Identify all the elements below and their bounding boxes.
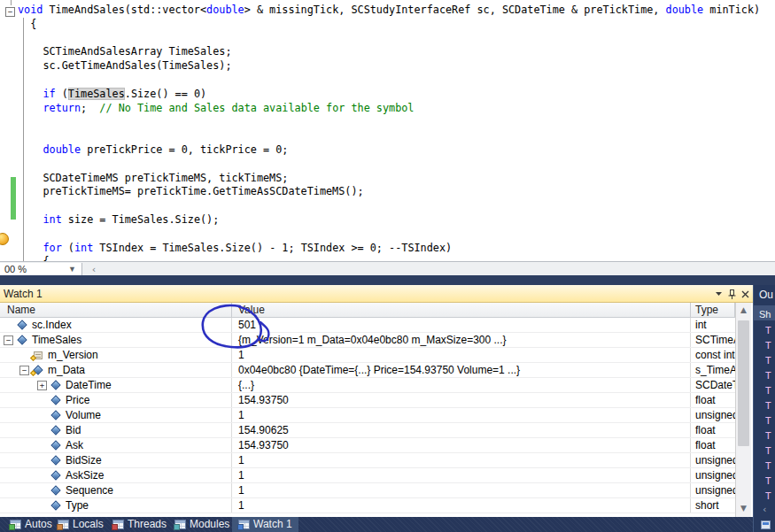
watch-variable-name: BidSize (66, 453, 102, 467)
watch-name-cell[interactable]: Volume (0, 408, 232, 422)
corner-window-icon[interactable] (761, 520, 771, 529)
output-line: T (765, 323, 771, 338)
collapse-icon[interactable]: − (19, 366, 29, 375)
watch-name-cell[interactable]: −m_Data (0, 363, 232, 377)
watch-variable-name: Sequence (66, 483, 113, 497)
watch-row[interactable]: BidSize1unsigned (0, 453, 735, 468)
watch-variable-name: sc.Index (32, 318, 72, 332)
output-line: T (765, 459, 771, 474)
code-line (0, 227, 775, 242)
watch-value-cell[interactable]: 1 (232, 498, 691, 513)
window-position-chevron-icon[interactable] (715, 291, 723, 297)
tab-locals[interactable]: Locals (51, 517, 110, 532)
code-line: return; // No Time and Sales data availa… (0, 102, 775, 116)
watch-variable-icon (18, 336, 26, 344)
watch-value-cell[interactable]: {m_Version=1 m_Data=0x04e0bc80 m_MaxSize… (232, 333, 691, 347)
watch-name-cell[interactable]: AskSize (0, 468, 232, 482)
watch-name-cell[interactable]: Sequence (0, 483, 232, 497)
watch-value-cell[interactable]: {...} (232, 378, 691, 392)
tab-label: Modules (190, 517, 229, 532)
watch-name-cell[interactable]: BidSize (0, 453, 232, 467)
watch-row[interactable]: Ask154.93750float (0, 438, 735, 453)
watch-name-cell[interactable]: −TimeSales (0, 333, 232, 347)
column-header-value[interactable]: Value (232, 303, 691, 318)
watch-variable-name: Type (66, 498, 89, 513)
output-line: T (765, 428, 771, 443)
output-toolbar[interactable]: Sh (754, 305, 775, 320)
watch-row[interactable]: AskSize1unsigned (0, 468, 735, 483)
watch-variable-name: Bid (66, 423, 81, 437)
watch-row[interactable]: −TimeSales{m_Version=1 m_Data=0x04e0bc80… (0, 333, 735, 348)
tab-label: Threads (128, 517, 167, 532)
watch-value-cell[interactable]: 501 (232, 318, 691, 332)
output-lines: TTTTTTTTTTTT (765, 323, 771, 504)
ide-window: { "editor": { "zoom_control": "00 %", "h… (0, 0, 775, 532)
watch-name-cell[interactable]: +DateTime (0, 378, 232, 392)
watch-variable-icon (18, 321, 26, 329)
hscroll-left-arrow-icon[interactable]: ‹ (87, 263, 101, 276)
watch-titlebar[interactable]: Watch 1 (0, 285, 753, 303)
watch-variable-name: Ask (66, 438, 83, 452)
watch-value-cell[interactable]: 154.93750 (232, 438, 691, 452)
scrollbar-thumb[interactable] (738, 320, 749, 446)
watch-variable-icon (51, 457, 59, 465)
scroll-up-arrow-icon[interactable]: ▲ (736, 303, 751, 317)
watch1-icon (238, 520, 250, 529)
column-header-type[interactable]: Type (691, 303, 735, 318)
watch-vertical-scrollbar[interactable]: ▲ ▼ (735, 303, 751, 517)
code-editor[interactable]: − void TimeAndSales(std::vector<double> … (0, 0, 775, 261)
collapse-icon[interactable]: − (4, 335, 13, 345)
code-area[interactable]: void TimeAndSales(std::vector<double> & … (0, 4, 775, 261)
watch-name-cell[interactable]: m_Version (0, 348, 232, 362)
watch-name-cell[interactable]: Price (0, 393, 232, 407)
code-line (0, 73, 775, 88)
pin-icon[interactable] (728, 289, 736, 299)
tab-autos[interactable]: Autos (4, 517, 58, 532)
watch-value-cell[interactable]: 1 (232, 483, 691, 497)
watch-value-cell[interactable]: 154.93750 (232, 393, 691, 407)
code-line: { (0, 18, 775, 32)
watch-variable-icon (51, 427, 59, 435)
autos-icon (10, 520, 21, 529)
close-icon[interactable] (741, 290, 749, 298)
watch-type-cell: SCTimeA (691, 333, 735, 347)
watch-value-cell[interactable]: 1 (232, 453, 691, 467)
watch-value-cell[interactable]: 1 (232, 408, 691, 422)
watch-row[interactable]: −m_Data0x04e0bc80 {DateTime={...} Price=… (0, 363, 735, 378)
watch-row[interactable]: Sequence1unsigned (0, 483, 735, 498)
watch-row[interactable]: Price154.93750float (0, 393, 735, 408)
watch-row[interactable]: sc.Index501int (0, 318, 735, 333)
watch-variable-icon (51, 412, 59, 420)
watch-row[interactable]: Type1short (0, 498, 735, 513)
code-line (0, 32, 775, 46)
watch-type-cell: unsigned (691, 468, 735, 482)
watch-row[interactable]: m_Version1const int (0, 348, 735, 363)
tab-modules[interactable]: Modules (168, 517, 236, 532)
watch-value-cell[interactable]: 1 (232, 348, 691, 362)
watch-value-cell[interactable]: 154.90625 (232, 423, 691, 437)
watch-value-cell[interactable]: 1 (232, 468, 691, 482)
watch-name-cell[interactable]: Bid (0, 423, 232, 437)
editor-zoom-value: 00 % (0, 264, 27, 274)
watch-name-cell[interactable]: Type (0, 498, 232, 513)
scroll-down-arrow-icon[interactable]: ▼ (736, 501, 751, 515)
watch-row[interactable]: Volume1unsigned (0, 408, 735, 423)
editor-zoom-select[interactable]: 00 % ▼ (0, 263, 82, 276)
watch-row[interactable]: Bid154.90625float (0, 423, 735, 438)
expand-icon[interactable]: + (37, 381, 47, 390)
code-line: SCDateTimeMS preTickTimeMS, tickTimeMS; (0, 172, 775, 186)
chevron-down-icon: ▼ (68, 263, 76, 276)
code-line (0, 115, 775, 129)
tab-watch-1[interactable]: Watch 1 (232, 517, 298, 532)
tab-threads[interactable]: Threads (106, 517, 173, 532)
output-hscroll-arrow-icon[interactable]: ‹ (763, 504, 766, 516)
output-line: T (765, 383, 771, 398)
watch-row[interactable]: +DateTime{...}SCDateT (0, 378, 735, 393)
watch-name-cell[interactable]: sc.Index (0, 318, 232, 332)
output-toolbar-label: Sh (754, 309, 771, 320)
watch-value-cell[interactable]: 0x04e0bc80 {DateTime={...} Price=154.937… (232, 363, 691, 377)
watch-grid-header: Name Value Type (0, 303, 735, 318)
column-header-name[interactable]: Name (0, 303, 232, 318)
panel-splitter[interactable] (0, 275, 775, 285)
watch-name-cell[interactable]: Ask (0, 438, 232, 452)
